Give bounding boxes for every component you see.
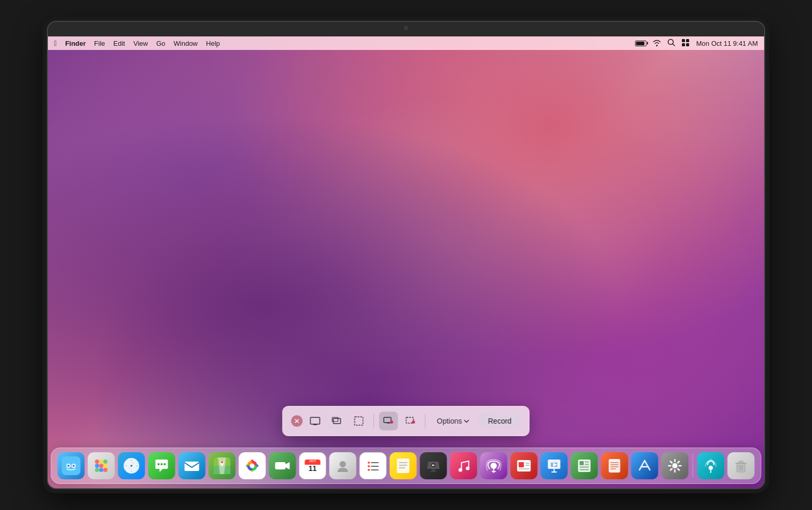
svg-point-37 bbox=[131, 465, 132, 467]
record-screen-button[interactable] bbox=[379, 412, 398, 430]
svg-point-19 bbox=[412, 420, 415, 424]
dock-news[interactable] bbox=[511, 452, 538, 479]
file-menu[interactable]: File bbox=[94, 40, 105, 47]
reminders-icon bbox=[365, 457, 382, 474]
dock-trash[interactable] bbox=[728, 452, 755, 479]
svg-rect-3 bbox=[686, 39, 689, 42]
svg-point-38 bbox=[158, 463, 160, 465]
svg-rect-97 bbox=[609, 459, 620, 473]
mail-icon bbox=[183, 457, 201, 475]
svg-rect-41 bbox=[185, 462, 199, 471]
svg-rect-8 bbox=[310, 417, 320, 424]
svg-rect-82 bbox=[519, 462, 524, 467]
apple-menu[interactable]:  bbox=[54, 39, 57, 47]
svg-rect-94 bbox=[585, 464, 589, 465]
svg-point-39 bbox=[161, 463, 163, 465]
svg-rect-73 bbox=[430, 471, 437, 472]
control-center-icon[interactable] bbox=[681, 39, 690, 48]
dock-system-preferences[interactable] bbox=[662, 452, 689, 479]
svg-point-40 bbox=[164, 463, 166, 465]
calendar-icon: OCT 11 bbox=[304, 457, 322, 475]
dock: OCT 11 bbox=[51, 448, 762, 484]
window-menu[interactable]: Window bbox=[174, 40, 198, 47]
finder-menu[interactable]: Finder bbox=[65, 40, 86, 47]
dock-notes[interactable] bbox=[390, 452, 417, 479]
svg-rect-11 bbox=[333, 418, 340, 424]
svg-point-104 bbox=[709, 466, 713, 470]
facetime-icon bbox=[274, 457, 291, 474]
launchpad-icon bbox=[93, 457, 110, 474]
svg-point-23 bbox=[68, 465, 70, 467]
svg-point-32 bbox=[99, 468, 104, 472]
menubar:  Finder File Edit View Go Window Help bbox=[48, 36, 764, 50]
dock-airdrop[interactable] bbox=[697, 452, 725, 479]
dock-safari[interactable] bbox=[118, 452, 145, 479]
svg-point-24 bbox=[73, 465, 75, 467]
news-icon bbox=[516, 457, 532, 474]
svg-rect-92 bbox=[580, 461, 584, 465]
dock-podcasts[interactable] bbox=[480, 452, 508, 479]
desktop:  Finder File Edit View Go Window Help bbox=[48, 36, 764, 488]
dock-contacts[interactable] bbox=[329, 452, 357, 479]
dock-finder[interactable] bbox=[58, 452, 85, 479]
dock-messages[interactable] bbox=[148, 452, 175, 479]
svg-point-76 bbox=[459, 468, 462, 472]
datetime-display: Mon Oct 11 9:41 AM bbox=[696, 40, 758, 47]
spotlight-search-icon[interactable] bbox=[667, 39, 675, 48]
svg-rect-96 bbox=[580, 469, 589, 470]
svg-point-28 bbox=[95, 464, 99, 468]
menubar-left:  Finder File Edit View Go Window Help bbox=[54, 39, 635, 47]
svg-point-77 bbox=[466, 467, 470, 470]
svg-rect-54 bbox=[275, 462, 286, 469]
mac-frame:  Finder File Edit View Go Window Help bbox=[47, 21, 765, 489]
appletv-icon bbox=[425, 457, 442, 474]
options-button[interactable]: Options bbox=[430, 414, 475, 428]
battery-fill bbox=[636, 42, 644, 45]
battery-icon bbox=[635, 41, 646, 46]
dock-keynote[interactable] bbox=[541, 452, 568, 479]
help-menu[interactable]: Help bbox=[206, 40, 220, 47]
go-menu[interactable]: Go bbox=[156, 40, 165, 47]
screenshot-toolbar: Options Record bbox=[282, 406, 529, 436]
record-button[interactable]: Record bbox=[479, 414, 521, 428]
record-portion-button[interactable] bbox=[401, 412, 420, 430]
capture-portion-button[interactable] bbox=[349, 412, 368, 430]
svg-point-33 bbox=[104, 468, 108, 472]
svg-rect-20 bbox=[62, 456, 81, 475]
svg-point-25 bbox=[95, 460, 99, 464]
toolbar-divider bbox=[373, 414, 374, 428]
close-button[interactable] bbox=[291, 415, 302, 427]
dock-maps[interactable] bbox=[209, 452, 236, 479]
airdrop-icon bbox=[703, 457, 719, 474]
dock-mail[interactable] bbox=[179, 452, 206, 479]
capture-screen-button[interactable] bbox=[306, 412, 324, 430]
svg-point-15 bbox=[390, 420, 393, 424]
dock-facetime[interactable] bbox=[269, 452, 296, 479]
dock-appletv[interactable] bbox=[420, 452, 447, 479]
chevron-down-icon bbox=[464, 419, 470, 423]
dock-numbers[interactable] bbox=[571, 452, 598, 479]
battery-body bbox=[635, 41, 646, 46]
contacts-icon bbox=[335, 457, 351, 474]
dock-music[interactable] bbox=[450, 452, 477, 479]
dock-reminders[interactable] bbox=[360, 452, 387, 479]
dock-appstore[interactable] bbox=[631, 452, 658, 479]
view-menu[interactable]: View bbox=[133, 40, 148, 47]
capture-window-button[interactable] bbox=[327, 412, 346, 430]
dock-calendar[interactable]: OCT 11 bbox=[299, 452, 326, 479]
maps-icon bbox=[214, 457, 231, 474]
svg-point-44 bbox=[221, 461, 223, 463]
dock-photos[interactable] bbox=[239, 452, 266, 479]
wifi-icon bbox=[653, 39, 661, 48]
svg-rect-72 bbox=[432, 469, 435, 471]
keynote-icon bbox=[546, 457, 563, 474]
podcasts-icon bbox=[486, 457, 502, 474]
svg-rect-13 bbox=[354, 417, 363, 425]
edit-menu[interactable]: Edit bbox=[113, 40, 125, 47]
dock-pages[interactable] bbox=[601, 452, 628, 479]
dock-launchpad[interactable] bbox=[88, 452, 115, 479]
dock-separator bbox=[693, 454, 693, 477]
svg-rect-93 bbox=[585, 461, 589, 463]
svg-point-31 bbox=[95, 468, 99, 472]
messages-icon bbox=[154, 457, 170, 474]
